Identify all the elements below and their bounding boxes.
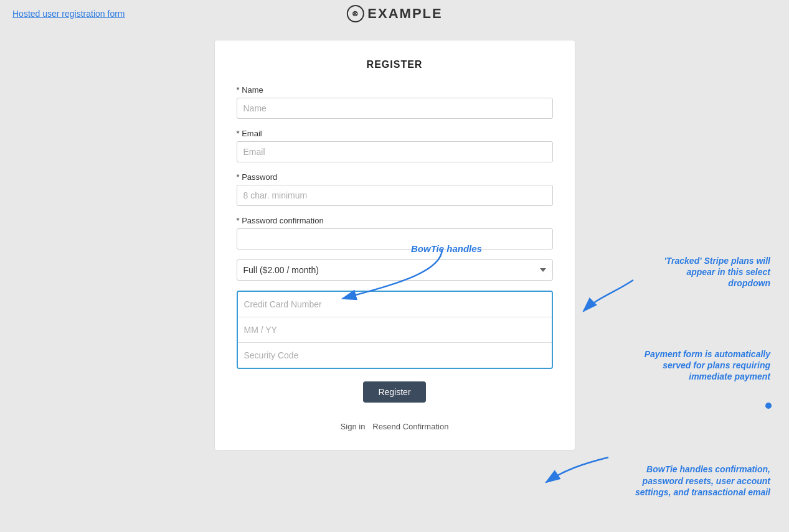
confirmation-arrow-svg <box>546 451 633 488</box>
email-label: * Email <box>237 129 553 138</box>
email-field-group: * Email <box>237 129 553 162</box>
form-title: REGISTER <box>237 59 553 70</box>
name-input[interactable] <box>237 98 553 119</box>
password-label: * Password <box>237 172 553 182</box>
email-input[interactable] <box>237 141 553 162</box>
payment-form-annotation: Payment form is automatically served for… <box>621 348 770 383</box>
name-field-group: * Name <box>237 85 553 119</box>
password-field-group: * Password <box>237 172 553 206</box>
blue-dot-decoration <box>765 403 772 409</box>
security-code-input[interactable] <box>238 343 552 368</box>
page-header: Hosted user registration form ⊗ EXAMPLE <box>0 0 789 27</box>
bowtie-arrow-svg <box>436 243 573 305</box>
expiry-input[interactable] <box>238 317 552 343</box>
register-button[interactable]: Register <box>363 381 425 403</box>
stripe-plans-annotation: 'Tracked' Stripe plans will appear in th… <box>646 255 770 289</box>
sign-in-link[interactable]: Sign in <box>341 422 366 431</box>
form-footer: Sign in Resend Confirmation <box>237 415 553 431</box>
password-confirm-label: * Password confirmation <box>237 216 553 225</box>
resend-confirmation-link[interactable]: Resend Confirmation <box>372 422 448 431</box>
logo-text: EXAMPLE <box>367 6 442 22</box>
password-input[interactable] <box>237 185 553 206</box>
name-label: * Name <box>237 85 553 95</box>
logo: ⊗ EXAMPLE <box>346 5 442 22</box>
stripe-arrow-svg <box>583 280 646 317</box>
logo-icon: ⊗ <box>346 5 364 22</box>
hosted-form-link[interactable]: Hosted user registration form <box>12 9 125 19</box>
